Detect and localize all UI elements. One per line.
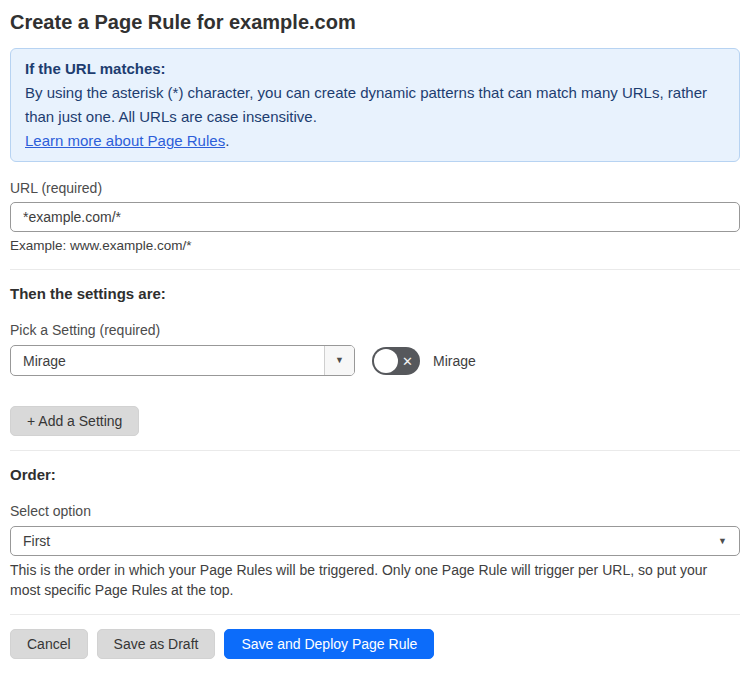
info-box-body: By using the asterisk (*) character, you… [25, 81, 725, 129]
order-helper-text: This is the order in which your Page Rul… [10, 560, 740, 600]
setting-row: Mirage ▼ ✕ Mirage [10, 345, 740, 376]
divider [10, 269, 740, 270]
setting-select-arrow-button[interactable]: ▼ [324, 346, 354, 375]
setting-picker-label: Pick a Setting (required) [10, 321, 740, 339]
save-deploy-button[interactable]: Save and Deploy Page Rule [224, 629, 434, 659]
cancel-button[interactable]: Cancel [10, 629, 88, 659]
chevron-down-icon: ▼ [335, 356, 344, 365]
info-box-heading: If the URL matches: [25, 57, 725, 81]
learn-more-link[interactable]: Learn more about Page Rules [25, 132, 225, 149]
url-field-helper: Example: www.example.com/* [10, 237, 740, 255]
toggle-knob-icon [374, 349, 398, 373]
url-field-label: URL (required) [10, 179, 740, 197]
info-box-link-line: Learn more about Page Rules. [25, 129, 725, 153]
divider [10, 614, 740, 615]
page-title: Create a Page Rule for example.com [10, 8, 740, 36]
footer-actions: Cancel Save as Draft Save and Deploy Pag… [10, 629, 740, 659]
divider [10, 450, 740, 451]
order-section-heading: Order: [10, 465, 740, 485]
url-match-info-box: If the URL matches: By using the asteris… [10, 48, 740, 162]
add-setting-button[interactable]: + Add a Setting [10, 406, 139, 436]
link-suffix: . [225, 132, 229, 149]
chevron-down-icon: ▼ [718, 537, 727, 546]
order-select-label: Select option [10, 502, 740, 520]
order-select-value: First [23, 533, 50, 549]
setting-select[interactable]: Mirage ▼ [10, 345, 355, 376]
order-select[interactable]: First ▼ [10, 526, 740, 556]
settings-section-heading: Then the settings are: [10, 284, 740, 304]
setting-select-value: Mirage [11, 346, 324, 375]
url-input[interactable] [10, 202, 740, 232]
toggle-label: Mirage [433, 353, 476, 369]
create-page-rule-panel: Create a Page Rule for example.com If th… [0, 0, 750, 667]
save-draft-button[interactable]: Save as Draft [97, 629, 216, 659]
x-icon: ✕ [402, 354, 413, 367]
mirage-toggle[interactable]: ✕ [372, 347, 420, 375]
